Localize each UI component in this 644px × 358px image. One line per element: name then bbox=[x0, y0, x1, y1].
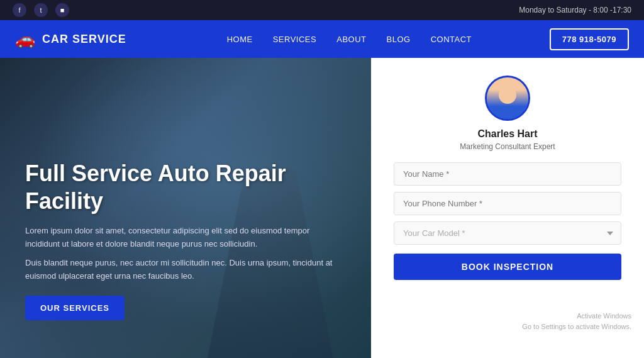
logo[interactable]: 🚗 CAR SERVICE bbox=[15, 30, 126, 49]
nav-about[interactable]: ABOUT bbox=[336, 35, 366, 44]
business-hours: Monday to Saturday - 8:00 -17:30 bbox=[519, 6, 631, 14]
nav-services[interactable]: SERVICES bbox=[273, 35, 317, 44]
phone-cta-button[interactable]: 778 918-5079 bbox=[550, 28, 629, 50]
instagram-icon[interactable]: ■ bbox=[55, 3, 69, 17]
car-icon: 🚗 bbox=[15, 30, 36, 49]
nav-contact[interactable]: CONTACT bbox=[431, 35, 472, 44]
social-icons: f t ■ bbox=[13, 3, 69, 17]
hero-content: Full Service Auto Repair Facility Lorem … bbox=[25, 160, 346, 320]
book-inspection-button[interactable]: BOOK INSPECTION bbox=[394, 254, 621, 280]
logo-text: CAR SERVICE bbox=[42, 33, 126, 46]
hero-desc-2: Duis blandit neque purus, nec auctor mi … bbox=[25, 257, 346, 283]
car-model-select[interactable]: Your Car Model * bbox=[394, 221, 621, 245]
nav-blog[interactable]: BLOG bbox=[387, 35, 411, 44]
twitter-icon[interactable]: t bbox=[34, 3, 48, 17]
nav-home[interactable]: HOME bbox=[227, 35, 253, 44]
avatar bbox=[485, 76, 530, 121]
nav-links: HOME SERVICES ABOUT BLOG CONTACT bbox=[227, 35, 472, 44]
hero-title: Full Service Auto Repair Facility bbox=[25, 160, 346, 214]
hero-section: Full Service Auto Repair Facility Lorem … bbox=[0, 58, 644, 358]
hero-form-panel: Charles Hart Marketing Consultant Expert… bbox=[371, 58, 644, 358]
name-input[interactable] bbox=[394, 162, 621, 186]
consultant-title: Marketing Consultant Expert bbox=[460, 142, 555, 151]
facebook-icon[interactable]: f bbox=[13, 3, 26, 17]
phone-input[interactable] bbox=[394, 192, 621, 215]
hero-desc-1: Lorem ipsum dolor sit amet, consectetur … bbox=[25, 225, 346, 251]
navbar: 🚗 CAR SERVICE HOME SERVICES ABOUT BLOG C… bbox=[0, 20, 644, 58]
avatar-image bbox=[487, 77, 528, 119]
top-bar: f t ■ Monday to Saturday - 8:00 -17:30 bbox=[0, 0, 644, 20]
our-services-button[interactable]: OUR SERVICES bbox=[25, 296, 125, 320]
hero-image-panel: Full Service Auto Repair Facility Lorem … bbox=[0, 58, 371, 358]
consultant-name: Charles Hart bbox=[477, 128, 537, 140]
